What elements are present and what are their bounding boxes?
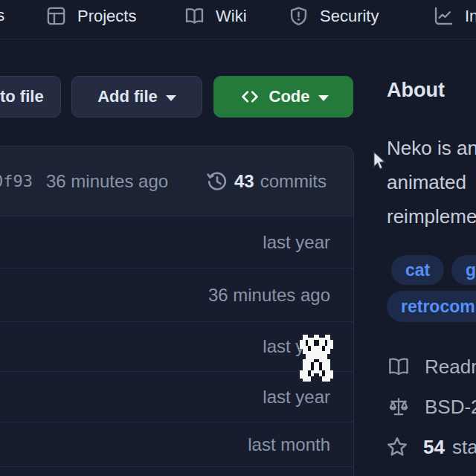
github-repo-page: Actions Projects Wiki xyxy=(0,0,476,476)
goto-file-button[interactable]: Go to file xyxy=(0,76,61,118)
commit-count: 43 xyxy=(234,171,254,192)
chevron-down-icon xyxy=(318,95,329,101)
about-description-line: animated xyxy=(387,171,466,194)
topic-tag-go[interactable]: go xyxy=(451,255,476,285)
tab-projects-label: Projects xyxy=(77,7,136,26)
code-label: Code xyxy=(269,87,310,106)
tab-wiki[interactable]: Wiki xyxy=(184,6,247,26)
shield-icon xyxy=(289,6,309,26)
code-icon xyxy=(239,87,261,106)
code-button[interactable]: Code xyxy=(213,76,353,118)
stars-label: stars xyxy=(452,436,476,459)
stars-count: 54 xyxy=(423,436,445,459)
tab-actions-label: Actions xyxy=(0,6,4,25)
repo-tab-nav: Actions Projects Wiki xyxy=(0,0,476,39)
readme-label: Readme xyxy=(425,356,476,379)
graph-icon xyxy=(434,6,454,26)
star-icon xyxy=(386,436,408,458)
file-age: last year xyxy=(263,387,330,408)
tab-wiki-label: Wiki xyxy=(216,7,247,26)
table-icon xyxy=(46,6,66,26)
history-icon xyxy=(206,170,228,193)
tab-insights[interactable]: Insights xyxy=(434,6,476,26)
tab-actions[interactable]: Actions xyxy=(0,6,4,25)
file-row[interactable]: last month xyxy=(0,422,353,467)
commit-hash-link[interactable]: 0f93 xyxy=(0,172,33,190)
commits-label: commits xyxy=(260,171,327,192)
file-age: last year xyxy=(263,232,330,253)
law-scales-icon xyxy=(387,396,410,418)
about-title: About xyxy=(387,79,445,102)
chevron-down-icon xyxy=(166,95,176,101)
last-commit-time: 36 minutes ago xyxy=(46,171,168,192)
latest-commit-bar: 0f93 36 minutes ago 43 commits xyxy=(0,146,354,216)
tab-security[interactable]: Security xyxy=(289,6,379,26)
file-age: 36 minutes ago xyxy=(208,285,330,306)
about-description-line: Neko is an xyxy=(387,137,476,160)
file-row[interactable] xyxy=(0,467,353,476)
topic-tag-retrocomputing[interactable]: retrocomputing xyxy=(387,291,476,322)
stars-link[interactable]: 54 stars xyxy=(386,435,476,459)
commit-history-link[interactable]: 43 commits xyxy=(206,170,327,193)
license-link[interactable]: BSD-2-Clause license xyxy=(387,395,476,419)
mouse-cursor xyxy=(372,150,386,172)
file-age: last month xyxy=(248,434,330,455)
tab-security-label: Security xyxy=(320,7,379,26)
goto-file-label: Go to file xyxy=(0,87,44,106)
about-description-line: reimplementation xyxy=(387,205,476,228)
tab-insights-label: Insights xyxy=(465,7,476,26)
license-label: BSD-2-Clause license xyxy=(425,396,476,419)
file-row[interactable]: 36 minutes ago xyxy=(0,268,353,322)
add-file-label: Add file xyxy=(97,87,158,106)
add-file-button[interactable]: Add file xyxy=(71,76,202,118)
neko-cat-sprite xyxy=(300,335,333,382)
readme-link[interactable]: Readme xyxy=(387,355,476,379)
book-icon xyxy=(184,6,205,26)
file-row[interactable]: last year xyxy=(0,216,353,268)
tab-projects[interactable]: Projects xyxy=(46,6,136,26)
topic-tag-cat[interactable]: cat xyxy=(391,255,444,285)
book-icon xyxy=(387,356,410,378)
